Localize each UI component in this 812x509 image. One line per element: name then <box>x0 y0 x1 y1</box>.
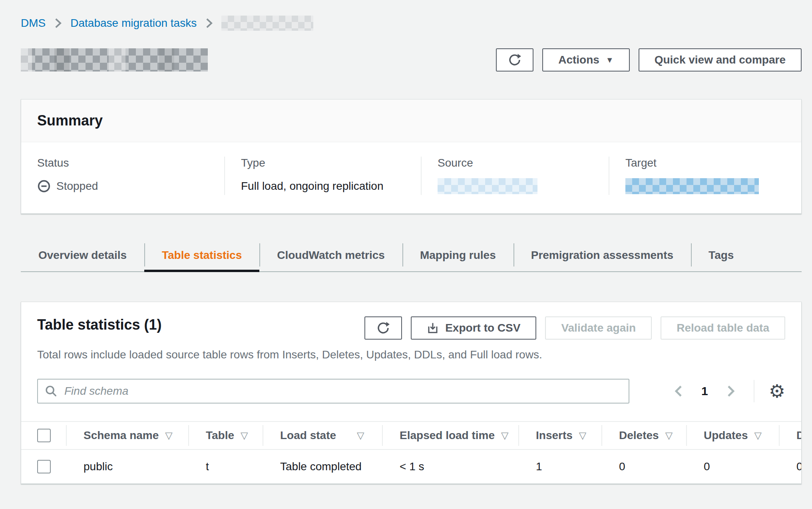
column-label: Schema name <box>84 429 159 442</box>
table-header-row: Schema name ▽ Table ▽ Load state ▽ Elaps… <box>21 421 801 450</box>
status-label: Status <box>37 157 208 169</box>
schema-search <box>37 379 629 404</box>
search-icon <box>44 384 58 400</box>
summary-field-status: Status Stopped <box>21 157 224 195</box>
pagination: 1 ⚙ <box>673 380 785 402</box>
sort-icon: ▽ <box>357 430 364 441</box>
column-label: Inserts <box>536 429 573 442</box>
tab-label: Premigration assessments <box>531 249 673 262</box>
summary-field-target: Target <box>609 157 801 195</box>
source-endpoint-link-redacted[interactable] <box>438 178 537 194</box>
settings-gear-icon[interactable]: ⚙ <box>769 382 785 400</box>
refresh-icon <box>377 322 390 334</box>
column-header-table[interactable]: Table ▽ <box>188 422 263 449</box>
table-statistics-title: Table statistics (1) <box>37 316 161 333</box>
table-statistics-description: Total rows include loaded source table r… <box>21 348 801 361</box>
quick-view-compare-label: Quick view and compare <box>655 54 786 66</box>
breadcrumb-current-task-redacted <box>221 16 313 31</box>
refresh-icon <box>508 54 521 66</box>
summary-field-type: Type Full load, ongoing replication <box>224 157 421 195</box>
summary-panel-header: Summary <box>21 99 801 142</box>
page-header-actions: Actions ▼ Quick view and compare <box>496 48 802 72</box>
sort-icon: ▽ <box>579 430 586 441</box>
summary-title: Summary <box>37 112 785 129</box>
find-schema-input[interactable] <box>37 379 629 404</box>
task-detail-tabs: Overview details Table statistics CloudW… <box>21 239 802 272</box>
tab-mapping-rules[interactable]: Mapping rules <box>402 239 513 271</box>
tab-label: Overview details <box>38 249 127 262</box>
validate-again-label: Validate again <box>561 322 636 334</box>
actions-button-label: Actions <box>558 54 599 66</box>
tab-premigration-assessments[interactable]: Premigration assessments <box>513 239 691 271</box>
breadcrumb-link-dms[interactable]: DMS <box>21 17 46 30</box>
tab-label: Table statistics <box>162 249 242 262</box>
export-to-csv-label: Export to CSV <box>445 322 520 334</box>
table-toolbar: 1 ⚙ <box>21 379 801 404</box>
column-header-inserts[interactable]: Inserts ▽ <box>518 422 601 449</box>
cell-updates: 0 <box>686 460 779 473</box>
select-all-checkbox[interactable] <box>37 429 51 442</box>
table-statistics-actions: Export to CSV Validate again Reload tabl… <box>364 316 785 340</box>
cell-ddls: 0 <box>779 460 801 473</box>
table-statistics-panel: Table statistics (1) <box>21 302 802 484</box>
breadcrumb-link-migration-tasks[interactable]: Database migration tasks <box>70 17 197 30</box>
breadcrumb-chevron-icon <box>205 18 213 29</box>
validate-again-button[interactable]: Validate again <box>545 316 652 340</box>
summary-panel: Summary Status Stopped Type Full load, o… <box>21 99 802 214</box>
table-refresh-button[interactable] <box>364 316 402 340</box>
dms-task-detail-page: { "icons": { "caret_down": "▼", "sort": … <box>0 0 812 509</box>
cell-load-state: Table completed <box>263 460 382 473</box>
source-label: Source <box>438 157 593 169</box>
breadcrumb-chevron-icon <box>54 18 62 29</box>
column-header-updates[interactable]: Updates ▽ <box>686 422 779 449</box>
tab-table-statistics[interactable]: Table statistics <box>144 239 259 271</box>
refresh-button[interactable] <box>496 48 533 72</box>
tab-overview-details[interactable]: Overview details <box>21 239 144 271</box>
caret-down-icon: ▼ <box>606 56 614 64</box>
column-header-schema-name[interactable]: Schema name ▽ <box>66 422 188 449</box>
statistics-table: Schema name ▽ Table ▽ Load state ▽ Elaps… <box>21 421 801 483</box>
cell-schema-name: public <box>66 460 188 473</box>
tab-label: Mapping rules <box>420 249 496 262</box>
export-icon <box>427 322 439 334</box>
column-label: Deletes <box>619 429 659 442</box>
column-header-deletes[interactable]: Deletes ▽ <box>601 422 686 449</box>
cell-table: t <box>188 460 263 473</box>
sort-icon: ▽ <box>754 430 761 441</box>
table-statistics-header: Table statistics (1) <box>21 302 801 340</box>
tab-cloudwatch-metrics[interactable]: CloudWatch metrics <box>259 239 402 271</box>
breadcrumb: DMS Database migration tasks <box>21 0 802 32</box>
tab-tags[interactable]: Tags <box>691 239 751 271</box>
target-label: Target <box>625 157 785 169</box>
tab-label: CloudWatch metrics <box>277 249 385 262</box>
column-header-elapsed-load-time[interactable]: Elapsed load time ▽ <box>382 422 518 449</box>
next-page-button[interactable] <box>726 385 736 398</box>
column-header-load-state[interactable]: Load state ▽ <box>263 422 382 449</box>
sort-icon: ▽ <box>165 430 172 441</box>
type-value: Full load, ongoing replication <box>241 180 383 193</box>
actions-button[interactable]: Actions ▼ <box>542 48 629 72</box>
reload-table-data-label: Reload table data <box>677 322 769 334</box>
column-header-ddls[interactable]: DDLs ▽ <box>779 422 801 449</box>
toolbar-divider <box>754 380 754 402</box>
previous-page-button[interactable] <box>673 385 684 398</box>
summary-panel-body: Status Stopped Type Full load, ongoing r… <box>21 142 801 213</box>
select-all-cell <box>21 422 66 449</box>
tab-label: Tags <box>709 249 734 262</box>
sort-icon: ▽ <box>501 430 508 441</box>
cell-elapsed-load-time: < 1 s <box>382 460 518 473</box>
page-header: Actions ▼ Quick view and compare <box>21 48 802 72</box>
status-stopped-icon <box>37 179 51 193</box>
status-value: Stopped <box>56 180 98 193</box>
cell-inserts: 1 <box>518 460 601 473</box>
column-label: Table <box>206 429 234 442</box>
sort-icon: ▽ <box>241 430 248 441</box>
summary-field-source: Source <box>421 157 609 195</box>
reload-table-data-button[interactable]: Reload table data <box>661 316 785 340</box>
export-to-csv-button[interactable]: Export to CSV <box>411 316 536 340</box>
row-select-cell <box>21 460 66 473</box>
quick-view-compare-button[interactable]: Quick view and compare <box>639 48 802 72</box>
current-page-number[interactable]: 1 <box>701 384 708 398</box>
target-endpoint-link-redacted[interactable] <box>625 178 759 194</box>
row-checkbox[interactable] <box>37 460 51 473</box>
